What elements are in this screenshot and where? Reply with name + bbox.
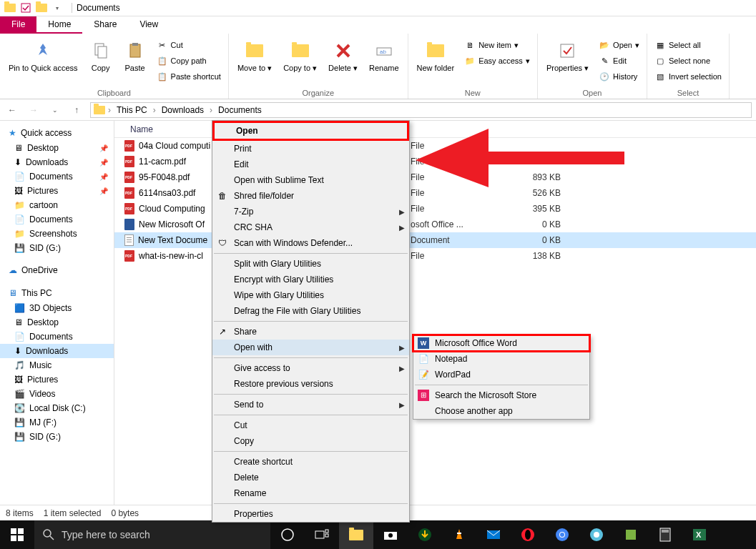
menu-item[interactable]: Open with▶ xyxy=(212,340,409,355)
menu-item[interactable]: ↗Share xyxy=(212,324,409,340)
menu-item[interactable]: 🗑Shred file/folder xyxy=(212,188,409,204)
tab-share[interactable]: Share xyxy=(82,16,128,34)
back-button[interactable]: ← xyxy=(4,102,20,118)
easy-access-button[interactable]: 📁Easy access ▾ xyxy=(461,54,533,68)
menu-item[interactable]: Open xyxy=(212,121,409,141)
sidebar-item[interactable]: 💽Local Disk (C:) xyxy=(0,401,114,415)
sidebar-item[interactable]: 📁cartoon xyxy=(0,198,114,212)
sidebar-item[interactable]: 🖥Desktop📌 xyxy=(0,141,114,155)
sidebar-item[interactable]: 🎬Videos xyxy=(0,387,114,401)
sidebar-item[interactable]: 🖥Desktop xyxy=(0,315,114,330)
crumb-this-pc[interactable]: This PC xyxy=(114,105,150,115)
cut-button[interactable]: ✂Cut xyxy=(154,38,224,52)
mail-icon[interactable] xyxy=(476,520,511,549)
move-to-button[interactable]: Move to ▾ xyxy=(233,36,276,87)
chevron-down-icon[interactable]: ▾ xyxy=(51,2,63,14)
file-row[interactable]: what-is-new-in-clFile138 KB xyxy=(114,248,756,264)
pin-quick-access-button[interactable]: Pin to Quick access xyxy=(4,36,82,87)
qat-dropdown-icon[interactable] xyxy=(36,2,47,14)
camera-icon[interactable] xyxy=(373,520,408,549)
tab-home[interactable]: Home xyxy=(36,16,82,34)
onedrive-header[interactable]: ☁OneDrive xyxy=(0,262,114,278)
menu-item[interactable]: Delete xyxy=(212,470,409,485)
sidebar-item[interactable]: 📁Screenshots xyxy=(0,227,114,241)
file-row[interactable]: New Text DocumeDocument0 KB xyxy=(114,232,756,248)
menu-item[interactable]: 7-Zip▶ xyxy=(212,204,409,219)
cortana-icon[interactable] xyxy=(270,520,305,549)
sidebar-item[interactable]: ⬇Downloads📌 xyxy=(0,155,114,169)
properties-qat-icon[interactable] xyxy=(20,2,31,14)
excel-icon[interactable]: X xyxy=(682,520,717,549)
sidebar-item[interactable]: 🖼Pictures xyxy=(0,372,114,387)
chrome-icon[interactable] xyxy=(545,520,579,549)
file-row[interactable]: Cloud ComputingFile395 KB xyxy=(114,201,756,217)
menu-item[interactable]: Open with Sublime Text xyxy=(212,172,409,188)
chromium-icon[interactable] xyxy=(579,520,614,549)
rename-button[interactable]: ab Rename xyxy=(365,36,403,87)
file-row[interactable]: New Microsoft Ofosoft Office ...0 KB xyxy=(114,217,756,232)
paste-shortcut-button[interactable]: 📋Paste shortcut xyxy=(154,69,224,84)
quick-access-header[interactable]: ★Quick access xyxy=(0,125,114,141)
delete-button[interactable]: Delete ▾ xyxy=(324,36,362,87)
menu-item[interactable]: CRC SHA▶ xyxy=(212,219,409,235)
sidebar-item[interactable]: 💾MJ (F:) xyxy=(0,415,114,430)
navigation-pane[interactable]: ★Quick access 🖥Desktop📌⬇Downloads📌📄Docum… xyxy=(0,121,114,505)
sidebar-item[interactable]: 📄Documents xyxy=(0,330,114,344)
menu-item[interactable]: Create shortcut xyxy=(212,454,409,470)
crumb-documents[interactable]: Documents xyxy=(215,105,265,115)
invert-selection-button[interactable]: ▧Invert selection xyxy=(652,69,725,84)
open-with-submenu[interactable]: WMicrosoft Office Word📄Notepad📝WordPad⊞S… xyxy=(413,335,590,420)
menu-item[interactable]: Cut xyxy=(212,417,409,433)
menu-item[interactable]: Edit xyxy=(212,157,409,172)
menu-item[interactable]: 🛡Scan with Windows Defender... xyxy=(212,235,409,251)
new-item-button[interactable]: 🗎New item ▾ xyxy=(461,38,533,52)
paste-button[interactable]: Paste xyxy=(119,36,151,87)
context-menu[interactable]: OpenPrintEditOpen with Sublime Text🗑Shre… xyxy=(212,120,410,523)
idm-icon[interactable] xyxy=(408,520,442,549)
recent-dropdown[interactable]: ⌄ xyxy=(47,102,63,118)
submenu-item[interactable]: ⊞Search the Microsoft Store xyxy=(413,387,589,403)
menu-item[interactable]: Properties xyxy=(212,506,409,522)
menu-item[interactable]: Send to▶ xyxy=(212,397,409,412)
crumb-downloads[interactable]: Downloads xyxy=(159,105,207,115)
menu-item[interactable]: Split with Glary Utilities xyxy=(212,256,409,272)
copy-to-button[interactable]: Copy to ▾ xyxy=(279,36,321,87)
new-folder-button[interactable]: New folder xyxy=(413,36,459,87)
sidebar-item[interactable]: ⬇Downloads xyxy=(0,344,114,358)
opera-icon[interactable] xyxy=(511,520,545,549)
open-button[interactable]: 📂Open ▾ xyxy=(596,38,642,52)
start-button[interactable] xyxy=(0,520,34,549)
tab-file[interactable]: File xyxy=(0,16,36,34)
submenu-item[interactable]: Choose another app xyxy=(413,403,589,419)
task-view-icon[interactable] xyxy=(305,520,339,549)
menu-item[interactable]: Encrypt with Glary Utilities xyxy=(212,272,409,287)
sidebar-item[interactable]: 💾SID (G:) xyxy=(0,430,114,444)
submenu-item[interactable]: WMicrosoft Office Word xyxy=(413,335,589,351)
menu-item[interactable]: Restore previous versions xyxy=(212,376,409,392)
properties-button[interactable]: Properties ▾ xyxy=(542,36,593,87)
taskbar-search[interactable]: Type here to search xyxy=(34,520,270,549)
menu-item[interactable]: Print xyxy=(212,141,409,157)
menu-item[interactable]: Defrag the File with Glary Utilities xyxy=(212,303,409,319)
forward-button[interactable]: → xyxy=(26,102,41,118)
calculator-icon[interactable] xyxy=(648,520,682,549)
sidebar-item[interactable]: 💾SID (G:) xyxy=(0,241,114,255)
sidebar-item[interactable]: 📄Documents📌 xyxy=(0,169,114,184)
vlc-icon[interactable] xyxy=(442,520,476,549)
tab-view[interactable]: View xyxy=(128,16,170,34)
menu-item[interactable]: Rename xyxy=(212,485,409,501)
menu-item[interactable]: Wipe with Glary Utilities xyxy=(212,287,409,303)
this-pc-header[interactable]: 🖥This PC xyxy=(0,285,114,301)
explorer-taskbar-icon[interactable] xyxy=(339,520,373,549)
sidebar-item[interactable]: 🟦3D Objects xyxy=(0,301,114,315)
sidebar-item[interactable]: 📄Documents xyxy=(0,212,114,227)
menu-item[interactable]: Copy xyxy=(212,433,409,449)
copy-path-button[interactable]: 📋Copy path xyxy=(154,54,224,68)
history-button[interactable]: 🕑History xyxy=(596,69,642,84)
select-all-button[interactable]: ▦Select all xyxy=(652,38,725,52)
copy-button[interactable]: Copy xyxy=(85,36,117,87)
notes-icon[interactable] xyxy=(614,520,648,549)
sidebar-item[interactable]: 🖼Pictures📌 xyxy=(0,184,114,198)
submenu-item[interactable]: 📄Notepad xyxy=(413,351,589,367)
up-button[interactable]: ↑ xyxy=(69,102,84,118)
